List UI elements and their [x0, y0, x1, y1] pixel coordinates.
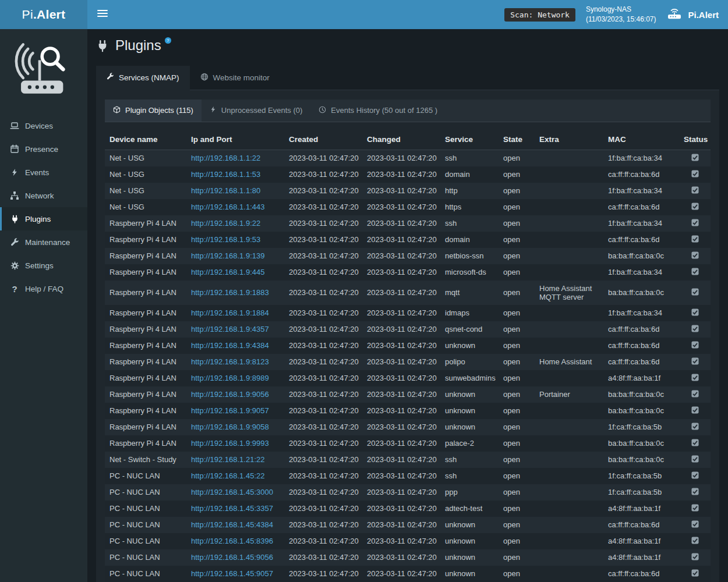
sidebar-item-events[interactable]: Events — [0, 161, 87, 184]
sidebar-item-help-faq[interactable]: ? Help / FAQ — [0, 277, 87, 300]
ip-port-link[interactable]: http://192.168.1.45:3357 — [191, 504, 273, 513]
checked-checkbox-icon[interactable] — [691, 537, 699, 544]
sidebar-item-plugins[interactable]: Plugins — [0, 207, 87, 230]
cell-created: 2023-03-11 02:47:20 — [284, 305, 362, 321]
table-row: PC - NUC LAN http://192.168.1.45:3357 20… — [105, 501, 711, 517]
checked-checkbox-icon[interactable] — [691, 357, 699, 365]
ip-port-link[interactable]: http://192.168.1.9:22 — [191, 219, 260, 228]
cell-service: netbios-ssn — [440, 248, 499, 264]
ip-port-link[interactable]: http://192.168.1.1:22 — [191, 154, 260, 162]
ip-port-link[interactable]: http://192.168.1.9:53 — [191, 235, 260, 244]
cell-extra — [535, 501, 603, 517]
cell-state: open — [499, 484, 535, 501]
cell-created: 2023-03-11 02:47:20 — [284, 354, 362, 370]
checked-checkbox-icon[interactable] — [691, 235, 699, 243]
cell-changed: 2023-03-11 02:47:20 — [362, 264, 440, 281]
tab-website-monitor[interactable]: Website monitor — [190, 66, 280, 90]
checked-checkbox-icon[interactable] — [691, 504, 699, 512]
tab-events-history[interactable]: Events History (50 out of 1265 ) — [310, 100, 446, 122]
sidebar-item-settings[interactable]: Settings — [0, 254, 87, 277]
checked-checkbox-icon[interactable] — [691, 268, 699, 275]
sidebar-item-maintenance[interactable]: Maintenance — [0, 230, 87, 254]
checked-checkbox-icon[interactable] — [691, 423, 699, 430]
checked-checkbox-icon[interactable] — [691, 154, 699, 161]
cell-device-name: PC - NUC LAN — [105, 484, 186, 501]
ip-port-link[interactable]: http://192.168.1.1:53 — [191, 170, 260, 179]
checked-checkbox-icon[interactable] — [691, 186, 699, 194]
ip-port-link[interactable]: http://192.168.1.9:1884 — [191, 308, 269, 317]
ip-port-link[interactable]: http://192.168.1.1:80 — [191, 186, 260, 195]
ip-port-link[interactable]: http://192.168.1.45:9057 — [191, 569, 273, 578]
ip-port-link[interactable]: http://192.168.1.9:4384 — [191, 341, 269, 350]
ip-port-link[interactable]: http://192.168.1.21:22 — [191, 455, 265, 464]
cell-state: open — [499, 321, 535, 338]
cell-extra: Portainer — [535, 386, 603, 403]
plug-icon — [10, 214, 19, 223]
checked-checkbox-icon[interactable] — [691, 406, 699, 414]
checked-checkbox-icon[interactable] — [691, 219, 699, 226]
checked-checkbox-icon[interactable] — [691, 251, 699, 259]
tab-unprocessed-events[interactable]: Unprocessed Events (0) — [202, 100, 310, 122]
ip-port-link[interactable]: http://192.168.1.9:4357 — [191, 325, 269, 333]
host-info: Synology-NAS (11/03/2023, 15:46:07) — [586, 5, 656, 25]
cell-state: open — [499, 468, 535, 484]
checked-checkbox-icon[interactable] — [691, 390, 699, 398]
checked-checkbox-icon[interactable] — [691, 203, 699, 210]
checked-checkbox-icon[interactable] — [691, 553, 699, 560]
ip-port-link[interactable]: http://192.168.1.9:8123 — [191, 357, 269, 366]
ip-port-link[interactable]: http://192.168.1.9:139 — [191, 251, 265, 260]
ip-port-link[interactable]: http://192.168.1.9:445 — [191, 268, 265, 276]
cell-device-name: PC - NUC LAN — [105, 468, 186, 484]
checked-checkbox-icon[interactable] — [691, 439, 699, 446]
cell-status — [679, 248, 711, 264]
cell-status — [679, 370, 711, 386]
ip-port-link[interactable]: http://192.168.1.9:9056 — [191, 390, 269, 399]
checked-checkbox-icon[interactable] — [691, 325, 699, 332]
ip-port-link[interactable]: http://192.168.1.45:3000 — [191, 488, 273, 496]
sidebar-item-devices[interactable]: Devices — [0, 114, 87, 137]
help-badge[interactable]: ? — [165, 37, 171, 44]
ip-port-link[interactable]: http://192.168.1.9:8989 — [191, 374, 269, 382]
tab-services-nmap[interactable]: Services (NMAP) — [96, 66, 190, 90]
cell-mac: 1f:ca:ff:ca:ba:5b — [603, 468, 679, 484]
sidebar-item-presence[interactable]: Presence — [0, 137, 87, 161]
tab-plugin-objects[interactable]: Plugin Objects (115) — [105, 100, 202, 122]
checked-checkbox-icon[interactable] — [691, 455, 699, 463]
checked-checkbox-icon[interactable] — [691, 569, 699, 577]
cell-device-name: Raspberry Pi 4 LAN — [105, 248, 186, 264]
ip-port-link[interactable]: http://192.168.1.45:9056 — [191, 553, 273, 562]
bolt-icon — [10, 168, 19, 177]
checked-checkbox-icon[interactable] — [691, 308, 699, 316]
plugin-tabs: Services (NMAP) Website monitor — [96, 66, 719, 90]
cell-extra — [535, 150, 603, 166]
cell-ip-and-port: http://192.168.1.45:3357 — [186, 501, 284, 517]
brand-link[interactable]: Pi.Alert — [666, 8, 719, 22]
sidebar-item-network[interactable]: Network — [0, 184, 87, 207]
app-logo[interactable]: Pi.Alert — [0, 0, 87, 29]
table-row: Net - USG http://192.168.1.1:443 2023-03… — [105, 199, 711, 215]
checked-checkbox-icon[interactable] — [691, 288, 699, 296]
ip-port-link[interactable]: http://192.168.1.9:1883 — [191, 288, 269, 297]
ip-port-link[interactable]: http://192.168.1.9:9993 — [191, 439, 269, 448]
ip-port-link[interactable]: http://192.168.1.1:443 — [191, 203, 265, 211]
ip-port-link[interactable]: http://192.168.1.9:9058 — [191, 423, 269, 431]
checked-checkbox-icon[interactable] — [691, 374, 699, 381]
checked-checkbox-icon[interactable] — [691, 520, 699, 528]
checked-checkbox-icon[interactable] — [691, 471, 699, 479]
checked-checkbox-icon[interactable] — [691, 341, 699, 349]
tab-label: Services (NMAP) — [119, 73, 179, 82]
cell-ip-and-port: http://192.168.1.9:139 — [186, 248, 284, 264]
cell-mac: ca:ff:ff:ca:ba:6d — [603, 517, 679, 533]
cell-changed: 2023-03-11 02:47:20 — [362, 566, 440, 582]
checked-checkbox-icon[interactable] — [691, 170, 699, 178]
cell-mac: a4:8f:ff:aa:ba:1f — [603, 549, 679, 566]
ip-port-link[interactable]: http://192.168.1.9:9057 — [191, 406, 269, 415]
ip-port-link[interactable]: http://192.168.1.45:8396 — [191, 537, 273, 545]
plugin-inner-tabs: Plugin Objects (115) Unprocessed Events … — [105, 100, 711, 122]
sidebar-toggle-button[interactable] — [87, 0, 118, 29]
sidebar-item-label: Maintenance — [25, 238, 70, 247]
ip-port-link[interactable]: http://192.168.1.45:4384 — [191, 520, 273, 529]
hamburger-icon — [97, 9, 108, 20]
ip-port-link[interactable]: http://192.168.1.45:22 — [191, 471, 265, 480]
checked-checkbox-icon[interactable] — [691, 488, 699, 495]
